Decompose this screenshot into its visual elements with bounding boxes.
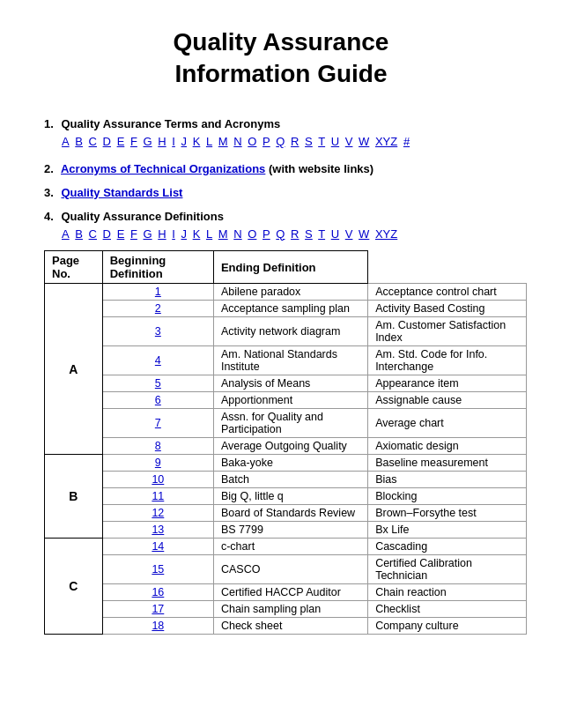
alpha4-link-O[interactable]: O (248, 227, 256, 241)
table-row: 12Board of Standards ReviewBrown–Forsyth… (45, 505, 527, 522)
alpha4-link-G[interactable]: G (144, 227, 152, 241)
alpha4-link-P[interactable]: P (263, 227, 270, 241)
page-link[interactable]: 6 (155, 394, 161, 406)
alpha-link-H[interactable]: H (158, 135, 166, 148)
section-letter-A: A (45, 284, 103, 455)
alpha-link-XYZ[interactable]: XYZ (375, 135, 397, 148)
alpha-link-U[interactable]: U (331, 135, 339, 148)
alpha-link-O[interactable]: O (248, 135, 256, 148)
cell-ending: Company culture (368, 618, 527, 635)
page-link[interactable]: 16 (152, 586, 164, 598)
alpha4-link-XYZ[interactable]: XYZ (375, 227, 397, 241)
page-link[interactable]: 11 (152, 490, 164, 502)
page-link[interactable]: 9 (155, 457, 161, 469)
alpha4-link-E[interactable]: E (117, 227, 125, 241)
alpha4-link-B[interactable]: B (75, 227, 83, 241)
cell-ending: Blocking (368, 488, 527, 505)
alpha-link-M[interactable]: M (218, 135, 228, 148)
alpha4-link-S[interactable]: S (305, 227, 313, 241)
page-link[interactable]: 3 (155, 325, 161, 338)
cell-beginning: Am. National Standards Institute (213, 346, 367, 375)
page-link[interactable]: 4 (155, 354, 161, 367)
alpha-link-C[interactable]: C (89, 135, 97, 148)
alpha4-link-I[interactable]: I (172, 227, 175, 241)
table-row: 10BatchBias (45, 472, 527, 488)
table-header-row: Page No. Beginning Definition Ending Def… (45, 251, 527, 284)
cell-beginning: c-chart (213, 539, 367, 555)
alpha-link-G[interactable]: G (144, 135, 152, 148)
page-link[interactable]: 17 (152, 603, 164, 615)
alpha4-link-T[interactable]: T (318, 227, 325, 241)
alpha-link-T[interactable]: T (318, 135, 325, 148)
table-row: 13BS 7799Bx Life (45, 522, 527, 539)
alpha-link-hash[interactable]: # (403, 135, 410, 148)
page-link[interactable]: 7 (155, 417, 161, 429)
cell-ending: Appearance item (368, 375, 527, 392)
table-row: 17Chain sampling planChecklist (45, 601, 527, 618)
alpha-link-N[interactable]: N (233, 135, 241, 148)
alpha4-link-V[interactable]: V (345, 227, 353, 241)
alpha-link-R[interactable]: R (291, 135, 299, 148)
cell-beginning: Analysis of Means (213, 375, 367, 392)
alpha-link-S[interactable]: S (305, 135, 313, 148)
page-link[interactable]: 10 (152, 473, 164, 486)
page-link[interactable]: 2 (155, 302, 161, 315)
alpha4-link-L[interactable]: L (206, 227, 212, 241)
cell-beginning: Abilene paradox (213, 284, 367, 301)
page-link[interactable]: 12 (152, 507, 164, 519)
alpha4-link-F[interactable]: F (130, 227, 137, 241)
alpha-link-B[interactable]: B (75, 135, 83, 148)
alpha-link-J[interactable]: J (181, 135, 188, 148)
table-row: 4Am. National Standards InstituteAm. Std… (45, 346, 527, 375)
cell-ending: Certified Calibration Technician (368, 555, 527, 584)
cell-beginning: Acceptance sampling plan (213, 301, 367, 317)
toc-link-3[interactable]: Quality Standards List (61, 186, 182, 199)
toc-link-2[interactable]: Acronyms of Technical Organizations (61, 162, 265, 175)
alpha-link-E[interactable]: E (117, 135, 125, 148)
alpha4-link-K[interactable]: K (193, 227, 201, 241)
cell-page: 4 (102, 346, 213, 375)
page-link[interactable]: 8 (155, 440, 161, 452)
alpha4-link-C[interactable]: C (89, 227, 97, 241)
cell-page: 17 (102, 601, 213, 618)
toc-label-3: 3. Quality Standards List (44, 186, 527, 199)
alpha-link-L[interactable]: L (206, 135, 212, 148)
page-link[interactable]: 15 (152, 563, 164, 576)
table-row: 11Big Q, little qBlocking (45, 488, 527, 505)
alpha4-link-M[interactable]: M (218, 227, 228, 241)
alpha-links-1: A B C D E F G H I J K L M N O P Q R S T … (62, 133, 527, 152)
alpha4-link-A[interactable]: A (62, 227, 70, 241)
alpha4-link-D[interactable]: D (103, 227, 111, 241)
alpha-link-F[interactable]: F (130, 135, 137, 148)
alpha-link-I[interactable]: I (172, 135, 175, 148)
cell-beginning: Activity network diagram (213, 317, 367, 346)
table-row: 16Certified HACCP AuditorChain reaction (45, 584, 527, 601)
alpha4-link-R[interactable]: R (291, 227, 299, 241)
alpha-link-K[interactable]: K (193, 135, 201, 148)
cell-beginning: Check sheet (213, 618, 367, 635)
alpha-link-W[interactable]: W (359, 135, 369, 148)
cell-ending: Activity Based Costing (368, 301, 527, 317)
alpha4-link-J[interactable]: J (181, 227, 188, 241)
cell-page: 18 (102, 618, 213, 635)
alpha4-link-Q[interactable]: Q (276, 227, 285, 241)
alpha-link-D[interactable]: D (103, 135, 111, 148)
page-link[interactable]: 14 (152, 540, 164, 553)
page-link[interactable]: 13 (152, 524, 164, 536)
alpha-link-Q[interactable]: Q (276, 135, 285, 148)
alpha4-link-W[interactable]: W (359, 227, 369, 241)
cell-page: 10 (102, 472, 213, 488)
cell-ending: Am. Customer Satisfaction Index (368, 317, 527, 346)
alpha4-link-N[interactable]: N (233, 227, 241, 241)
definitions-table: Page No. Beginning Definition Ending Def… (44, 250, 527, 635)
page-link[interactable]: 18 (152, 620, 164, 632)
alpha-link-P[interactable]: P (263, 135, 270, 148)
alpha-link-V[interactable]: V (345, 135, 353, 148)
page-link[interactable]: 5 (155, 377, 161, 390)
alpha-link-A[interactable]: A (62, 135, 70, 148)
alpha4-link-H[interactable]: H (158, 227, 166, 241)
cell-ending: Chain reaction (368, 584, 527, 601)
cell-beginning: Big Q, little q (213, 488, 367, 505)
page-link[interactable]: 1 (155, 286, 161, 298)
alpha4-link-U[interactable]: U (331, 227, 339, 241)
